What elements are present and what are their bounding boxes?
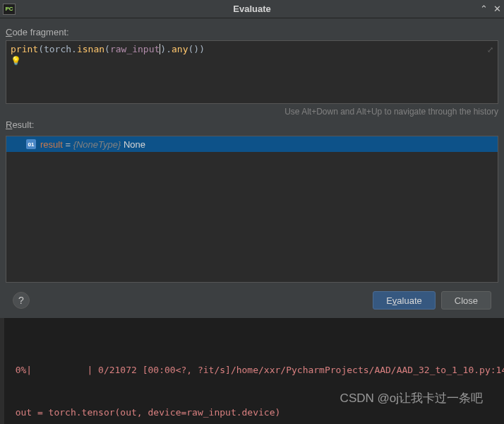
console-gutter — [0, 318, 4, 424]
code-token: print — [11, 44, 38, 54]
expand-icon[interactable]: ⤢ — [487, 45, 493, 54]
history-hint: Use Alt+Down and Alt+Up to navigate thro… — [6, 107, 498, 117]
console-output[interactable]: 0%| | 0/21072 [00:00<?, ?it/s]/home/xxr/… — [0, 318, 504, 424]
close-button[interactable]: Close — [441, 291, 491, 310]
watermark: CSDN @oj让我卡过一条吧 — [340, 390, 483, 406]
code-token: ( — [38, 44, 44, 54]
code-token: ( — [104, 44, 110, 54]
code-token: ) — [160, 44, 166, 54]
result-panel: 01 result = {NoneType} None — [6, 136, 498, 283]
code-token: ) — [193, 44, 199, 54]
minimize-icon[interactable]: ⌃ — [480, 4, 488, 14]
button-bar: ? Evaluate Close — [6, 283, 498, 318]
code-token: isnan — [77, 44, 104, 54]
result-row[interactable]: 01 result = {NoneType} None — [6, 136, 498, 152]
code-token: any — [172, 44, 188, 54]
code-token: . — [71, 44, 77, 54]
evaluate-dialog-body: Code fragment: print(torch.isnan(raw_inp… — [0, 18, 504, 318]
help-button[interactable]: ? — [13, 292, 30, 309]
code-token: torch — [44, 44, 71, 54]
console-line: out = torch.tensor(out, device=raw_input… — [4, 406, 500, 420]
code-token: . — [166, 44, 172, 54]
result-value: None — [121, 139, 145, 150]
code-fragment-label: Code fragment: — [6, 27, 498, 37]
lightbulb-icon[interactable]: 💡 — [11, 56, 493, 66]
result-label: Result: — [6, 119, 498, 130]
result-var-name: result — [40, 139, 63, 150]
result-type-badge: 01 — [26, 139, 36, 149]
evaluate-button[interactable]: Evaluate — [373, 291, 436, 310]
code-token: ) — [199, 44, 205, 54]
titlebar: PC Evaluate ⌃ ✕ — [0, 0, 504, 18]
code-fragment-input[interactable]: print(torch.isnan(raw_input).any()) 💡 ⤢ — [6, 40, 498, 104]
close-icon[interactable]: ✕ — [493, 4, 501, 14]
result-equals: = — [63, 139, 73, 150]
window-controls: ⌃ ✕ — [480, 4, 501, 14]
code-token: raw_input — [110, 44, 160, 54]
window-title: Evaluate — [0, 4, 504, 14]
console-line: 0%| | 0/21072 [00:00<?, ?it/s]/home/xxr/… — [4, 363, 500, 377]
result-type: {NoneType} — [73, 139, 121, 150]
